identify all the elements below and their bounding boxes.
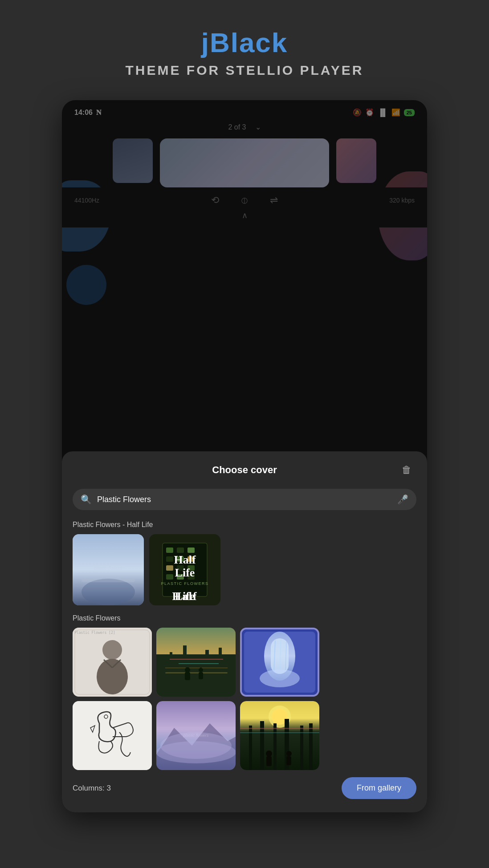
app-title: jBlack (201, 27, 288, 58)
search-icon: 🔍 (81, 494, 92, 505)
cover-half-life[interactable]: Half Life Half Life PLASTIC FLOWERS (149, 534, 220, 605)
phone-frame: 14:06 𝐍 🔕 ⏰ ▐▌ 📶 25 2 of 3 ⌄ UEBUGTRN.co… (62, 100, 427, 812)
svg-rect-31 (205, 650, 209, 681)
svg-rect-32 (170, 652, 172, 681)
svg-rect-9 (187, 548, 195, 553)
modal-sheet: Choose cover 🗑 🔍 🎤 Plastic Flowers - Hal… (62, 451, 427, 812)
svg-point-1 (82, 579, 135, 605)
cover-sketch[interactable] (73, 701, 152, 770)
svg-rect-62 (273, 723, 277, 770)
svg-point-39 (199, 668, 203, 672)
columns-label: Columns: 3 (73, 784, 111, 793)
svg-rect-36 (179, 663, 219, 664)
svg-point-70 (286, 751, 292, 756)
cover-grid-section2-row2: plastic flowers (73, 701, 416, 770)
mic-icon[interactable]: 🎤 (397, 494, 408, 505)
svg-rect-33 (219, 648, 222, 681)
svg-point-25 (97, 659, 128, 694)
svg-rect-7 (166, 548, 173, 553)
svg-text:plastic flowers: plastic flowers (183, 733, 209, 738)
svg-rect-67 (240, 732, 319, 733)
svg-rect-41 (199, 672, 203, 679)
from-gallery-button[interactable]: From gallery (342, 777, 416, 799)
search-input[interactable] (97, 495, 392, 504)
svg-point-24 (102, 640, 122, 660)
cover-blue-mist[interactable]: plastic flowers (73, 534, 144, 605)
svg-rect-65 (309, 723, 313, 770)
cover-night-trees[interactable] (240, 701, 319, 770)
cover-purple-mist[interactable]: plastic flowers (156, 701, 236, 770)
svg-rect-2 (82, 579, 135, 582)
svg-point-49 (260, 669, 300, 687)
svg-rect-40 (185, 672, 190, 680)
cover-forest[interactable] (156, 628, 236, 697)
svg-rect-29 (156, 654, 236, 697)
app-subtitle: THEME FOR STELLIO PLAYER (126, 63, 364, 78)
svg-rect-50 (73, 701, 152, 770)
svg-rect-66 (240, 728, 319, 729)
cover-ice[interactable] (240, 628, 319, 697)
svg-point-38 (185, 667, 190, 673)
svg-rect-69 (266, 756, 272, 766)
svg-rect-35 (170, 659, 223, 660)
svg-point-55 (156, 741, 236, 763)
section1-label: Plastic Flowers - Half Life (73, 521, 416, 529)
delete-button[interactable]: 🗑 (397, 460, 416, 480)
cover-grid-section1: plastic flowers (73, 534, 416, 605)
cover-portrait[interactable]: Plastic Flowers [2] (73, 628, 152, 697)
modal-overlay: Choose cover 🗑 🔍 🎤 Plastic Flowers - Hal… (62, 100, 427, 812)
svg-text:Life: Life (175, 590, 195, 603)
svg-text:Plastic Flowers [2]: Plastic Flowers [2] (74, 631, 115, 635)
section2-label: Plastic Flowers (73, 614, 416, 622)
svg-rect-37 (165, 668, 228, 668)
svg-rect-71 (286, 756, 291, 765)
modal-title: Choose cover (92, 464, 397, 476)
modal-header: Choose cover 🗑 (73, 460, 416, 480)
modal-footer: Columns: 3 From gallery (73, 777, 416, 799)
svg-rect-8 (177, 548, 184, 553)
cover-grid-section2-row1: Plastic Flowers [2] (73, 628, 416, 697)
svg-text:plastic flowers: plastic flowers (94, 566, 122, 571)
svg-rect-34 (165, 672, 228, 673)
search-bar[interactable]: 🔍 🎤 (73, 489, 416, 510)
svg-point-68 (266, 750, 272, 757)
